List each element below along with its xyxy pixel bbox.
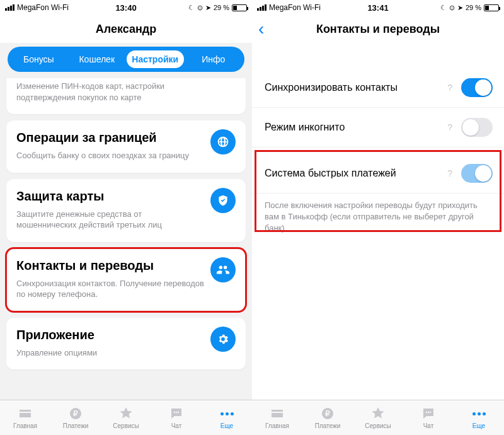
battery-percent: 29 %	[214, 4, 229, 11]
seg-wallet[interactable]: Кошелек	[69, 50, 126, 68]
toggle-incognito[interactable]	[461, 118, 493, 137]
tab-more[interactable]: Еще	[202, 400, 252, 435]
tab-services-label: Сервисы	[365, 422, 391, 429]
page-title: Александр	[96, 23, 157, 36]
battery-icon	[232, 4, 247, 11]
card-app-sub: Управление опциями	[16, 347, 236, 359]
moon-icon: ☾	[188, 4, 195, 12]
people-icon	[210, 257, 236, 282]
location-icon: ➤	[457, 4, 463, 12]
row-sync-label: Синхронизировать контакты	[265, 82, 447, 93]
card-contacts-transfers[interactable]: Контакты и переводы Синхронизация контак…	[6, 248, 246, 311]
svg-point-7	[426, 412, 427, 413]
row-fast-payments-footer: После включения настройки переводы будут…	[252, 194, 504, 247]
alarm-icon: ⊙	[449, 4, 455, 12]
tab-payments[interactable]: ₽ Платежи	[50, 400, 101, 435]
settings-list: Изменение ПИН-кодов карт, настройки подт…	[0, 76, 252, 400]
help-icon[interactable]: ?	[447, 83, 452, 93]
row-fast-payments: Система быстрых платежей ?	[252, 148, 504, 194]
settings-panel: Синхронизировать контакты ? Режим инкогн…	[252, 43, 504, 400]
seg-info[interactable]: Инфо	[185, 50, 243, 68]
carrier-label: MegaFon Wi-Fi	[17, 3, 69, 12]
card-app[interactable]: Приложение Управление опциями	[6, 318, 246, 370]
battery-percent: 29 %	[466, 4, 481, 11]
nav-header: ‹ Контакты и переводы	[252, 15, 504, 43]
tab-bar: Главная ₽ Платежи Сервисы Чат Еще	[0, 400, 252, 435]
tab-chat[interactable]: Чат	[151, 400, 202, 435]
tab-chat-label: Чат	[171, 422, 182, 429]
globe-icon	[210, 129, 236, 154]
tab-chat[interactable]: Чат	[403, 400, 454, 435]
row-incognito: Режим инкогнито ?	[252, 108, 504, 148]
battery-icon	[484, 4, 499, 11]
shield-icon	[210, 188, 236, 213]
svg-point-8	[428, 412, 429, 413]
gear-icon	[210, 327, 236, 352]
svg-point-4	[178, 412, 179, 413]
tab-services[interactable]: Сервисы	[353, 400, 403, 435]
help-icon[interactable]: ?	[447, 122, 452, 132]
card-pin[interactable]: Изменение ПИН-кодов карт, настройки подт…	[6, 78, 246, 114]
toggle-fast-payments[interactable]	[461, 164, 493, 183]
svg-point-3	[176, 412, 177, 413]
row-incognito-label: Режим инкогнито	[265, 122, 447, 133]
carrier-label: MegaFon Wi-Fi	[269, 3, 321, 12]
status-bar: MegaFon Wi-Fi 13:41 ☾ ⊙ ➤ 29 %	[252, 0, 504, 15]
card-abroad-sub: Сообщить банку о своих поездках за грани…	[16, 150, 236, 161]
more-icon	[220, 406, 234, 421]
more-icon	[472, 406, 486, 421]
card-abroad-title: Операции за границей	[16, 130, 236, 145]
row-sync-contacts: Синхронизировать контакты ?	[252, 68, 504, 108]
location-icon: ➤	[205, 4, 211, 12]
svg-text:₽: ₽	[325, 409, 330, 418]
moon-icon: ☾	[440, 4, 447, 12]
svg-point-2	[174, 412, 175, 413]
alarm-icon: ⊙	[197, 4, 203, 12]
card-protection-title: Защита карты	[16, 189, 236, 204]
seg-bonuses[interactable]: Бонусы	[10, 50, 67, 68]
signal-icon	[257, 4, 266, 11]
card-app-title: Приложение	[16, 328, 236, 342]
row-fast-payments-label: Система быстрых платежей	[265, 168, 447, 179]
card-contacts-title: Контакты и переводы	[16, 258, 236, 273]
help-icon[interactable]: ?	[447, 168, 452, 178]
seg-settings[interactable]: Настройки	[127, 50, 184, 68]
card-pin-sub: Изменение ПИН-кодов карт, настройки подт…	[16, 81, 236, 103]
page-title: Контакты и переводы	[316, 23, 440, 36]
svg-text:₽: ₽	[73, 409, 78, 418]
card-contacts-sub: Синхронизация контактов. Получение перев…	[16, 278, 236, 300]
tab-more[interactable]: Еще	[454, 400, 504, 435]
tab-home-label: Главная	[265, 422, 289, 429]
tab-home-label: Главная	[13, 422, 37, 429]
tab-payments-label: Платежи	[63, 422, 89, 429]
tab-home[interactable]: Главная	[252, 400, 302, 435]
tab-payments[interactable]: ₽ Платежи	[302, 400, 353, 435]
tab-more-label: Еще	[472, 422, 485, 429]
signal-icon	[5, 4, 14, 11]
card-protection[interactable]: Защита карты Защитите денежные средства …	[6, 179, 246, 242]
svg-point-9	[430, 412, 431, 413]
card-protection-sub: Защитите денежные средства от мошенничес…	[16, 209, 236, 231]
tab-home[interactable]: Главная	[0, 400, 50, 435]
tab-services-label: Сервисы	[113, 422, 139, 429]
clock: 13:41	[367, 3, 388, 13]
tab-chat-label: Чат	[423, 422, 434, 429]
tab-payments-label: Платежи	[315, 422, 341, 429]
toggle-sync-contacts[interactable]	[461, 78, 493, 97]
tab-services[interactable]: Сервисы	[101, 400, 151, 435]
clock: 13:40	[115, 3, 136, 13]
status-bar: MegaFon Wi-Fi 13:40 ☾ ⊙ ➤ 29 %	[0, 0, 252, 15]
back-button[interactable]: ‹	[258, 20, 264, 38]
segment-bar: Бонусы Кошелек Настройки Инфо	[8, 47, 244, 72]
nav-header: Александр	[0, 15, 252, 43]
tab-bar: Главная ₽ Платежи Сервисы Чат Еще	[252, 400, 504, 435]
card-abroad[interactable]: Операции за границей Сообщить банку о св…	[6, 120, 246, 173]
tab-more-label: Еще	[220, 422, 233, 429]
